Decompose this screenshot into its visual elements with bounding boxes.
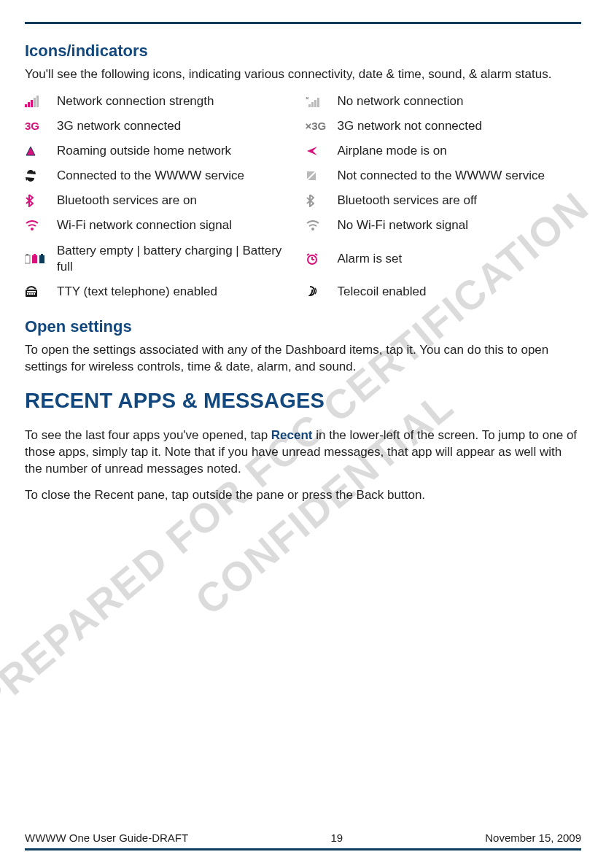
- svg-rect-20: [41, 254, 43, 255]
- desc-alarm: Alarm is set: [338, 243, 582, 275]
- desc-telecoil: Telecoil enabled: [338, 284, 582, 300]
- tty-icon: [25, 284, 53, 300]
- svg-point-14: [311, 228, 314, 230]
- svg-rect-0: [25, 104, 27, 107]
- wifi-on-icon: [25, 217, 53, 233]
- svg-rect-16: [26, 254, 28, 255]
- desc-wifi-on: Wi-Fi network connection signal: [57, 217, 301, 233]
- desc-bt-on: Bluetooth services are on: [57, 193, 301, 209]
- desc-tty: TTY (text telephone) enabled: [57, 284, 301, 300]
- desc-roaming: Roaming outside home network: [57, 143, 301, 159]
- svg-rect-27: [27, 291, 36, 292]
- desc-battery: Battery empty | battery charging | Batte…: [57, 243, 301, 275]
- intro-text: You'll see the following icons, indicati…: [25, 66, 581, 83]
- heading-recent: RECENT APPS & MESSAGES: [25, 389, 581, 413]
- roaming-icon: [25, 143, 53, 159]
- recent-p1a: To see the last four apps you've opened,…: [25, 428, 271, 442]
- recent-p2: To close the Recent pane, tap outside th…: [25, 487, 581, 504]
- sync-on-icon: [25, 168, 53, 184]
- desc-3g: 3G network connected: [57, 118, 301, 134]
- airplane-icon: [306, 143, 333, 159]
- desc-no-3g: 3G network not connected: [338, 118, 582, 134]
- desc-bt-off: Bluetooth services are off: [338, 193, 582, 209]
- svg-line-25: [315, 254, 317, 255]
- svg-text:×: ×: [306, 96, 309, 101]
- recent-p1: To see the last four apps you've opened,…: [25, 427, 581, 478]
- footer-right: November 15, 2009: [485, 832, 581, 844]
- document-page: PREPARED FOR FCC CERTIFICATION CONFIDENT…: [0, 0, 606, 868]
- heading-icons: Icons/indicators: [25, 42, 581, 61]
- no-3g-icon: ×3G: [306, 118, 333, 134]
- 3g-icon: 3G: [25, 118, 53, 134]
- svg-point-13: [31, 228, 34, 230]
- svg-marker-10: [26, 147, 35, 155]
- desc-signal: Network connection strength: [57, 93, 301, 109]
- svg-rect-7: [311, 102, 314, 107]
- bluetooth-off-icon: [306, 193, 333, 209]
- svg-rect-31: [34, 293, 35, 295]
- svg-rect-28: [27, 293, 28, 295]
- desc-wifi-off: No Wi-Fi network signal: [338, 217, 582, 233]
- svg-rect-18: [34, 254, 36, 255]
- svg-rect-19: [39, 255, 44, 263]
- desc-airplane: Airplane mode is on: [338, 143, 582, 159]
- svg-rect-2: [31, 100, 33, 107]
- recent-word: Recent: [271, 428, 313, 442]
- svg-rect-8: [314, 100, 316, 107]
- icon-table: Network connection strength × No network…: [25, 93, 581, 300]
- svg-line-24: [307, 254, 309, 255]
- alarm-icon: [306, 243, 333, 275]
- svg-rect-1: [28, 102, 30, 107]
- battery-icon: [25, 243, 53, 275]
- sync-off-icon: [306, 168, 333, 184]
- bluetooth-on-icon: [25, 193, 53, 209]
- no-signal-icon: ×: [306, 93, 333, 109]
- wifi-off-icon: [306, 217, 333, 233]
- svg-rect-6: [308, 104, 311, 107]
- signal-bars-icon: [25, 93, 53, 109]
- desc-sync-on: Connected to the WWWW service: [57, 168, 301, 184]
- open-settings-body: To open the settings associated with any…: [25, 342, 581, 376]
- svg-rect-15: [25, 255, 30, 263]
- telecoil-icon: [306, 284, 333, 300]
- svg-rect-9: [317, 98, 319, 107]
- heading-open-settings: Open settings: [25, 317, 581, 336]
- svg-rect-30: [31, 293, 33, 295]
- desc-no-signal: No network connection: [338, 93, 582, 109]
- svg-rect-3: [34, 98, 36, 107]
- top-rule: [25, 22, 581, 24]
- desc-sync-off: Not connected to the WWWW service: [338, 168, 582, 184]
- footer-left: WWWW One User Guide-DRAFT: [25, 832, 188, 844]
- svg-rect-4: [36, 96, 39, 107]
- page-footer: WWWW One User Guide-DRAFT 19 November 15…: [25, 832, 581, 850]
- footer-center: 19: [330, 832, 343, 844]
- svg-rect-29: [29, 293, 31, 295]
- svg-rect-17: [32, 255, 37, 263]
